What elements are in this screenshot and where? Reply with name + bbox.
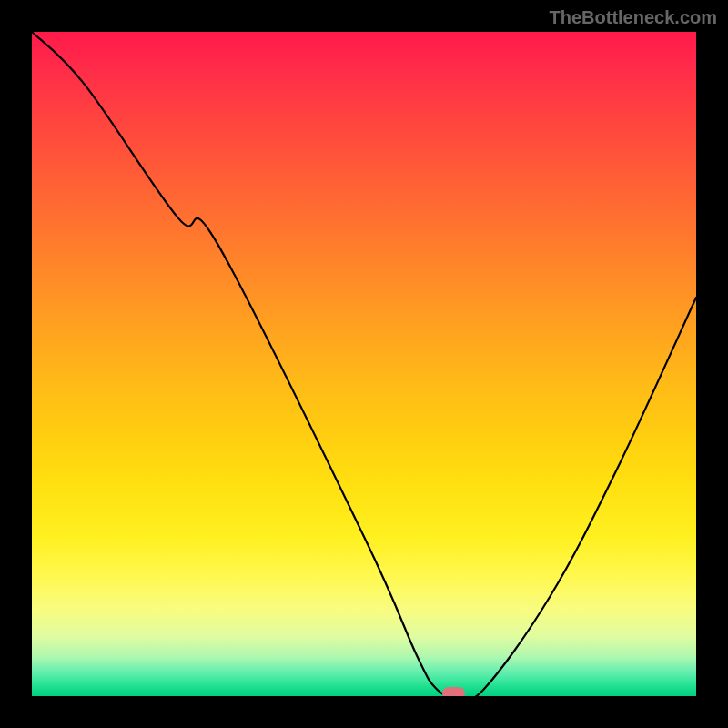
watermark-text: TheBottleneck.com (550, 7, 717, 28)
minimum-marker (442, 687, 466, 696)
chart-frame: TheBottleneck.com (0, 0, 728, 728)
curve-svg (32, 32, 696, 696)
bottleneck-curve (32, 32, 696, 696)
plot-area (32, 32, 696, 696)
